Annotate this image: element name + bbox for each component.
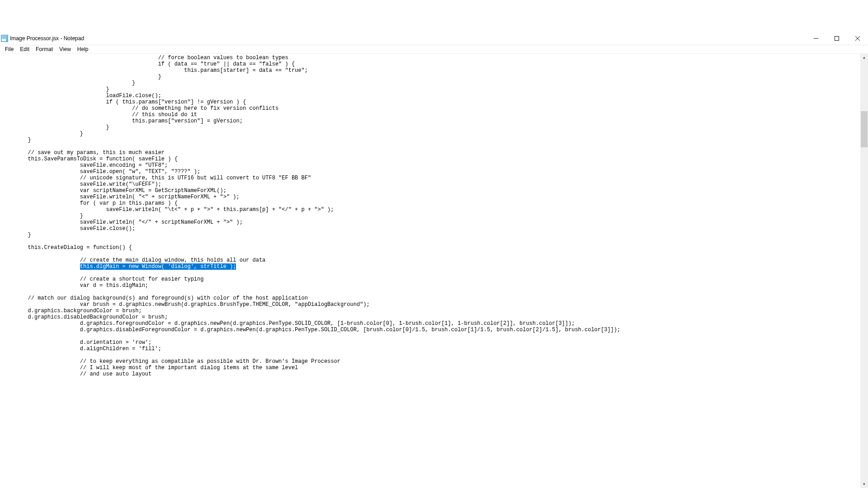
minimize-button[interactable]: [806, 32, 826, 45]
close-button[interactable]: [847, 32, 868, 45]
text-editor[interactable]: // force boolean values to boolean types…: [0, 54, 868, 488]
menu-help[interactable]: Help: [74, 46, 92, 53]
menu-edit[interactable]: Edit: [17, 46, 33, 53]
window-controls: [806, 32, 868, 45]
menu-file[interactable]: File: [2, 46, 17, 53]
scroll-thumb[interactable]: [861, 111, 868, 147]
blank-region-above-window: [0, 0, 868, 32]
menu-format[interactable]: Format: [33, 46, 56, 53]
menu-view[interactable]: View: [56, 46, 74, 53]
svg-rect-1: [835, 36, 839, 40]
scroll-down-button[interactable]: ▼: [860, 480, 868, 488]
notepad-icon: [1, 35, 8, 42]
menu-bar: File Edit Format View Help: [0, 45, 868, 54]
window-title: Image Processor.jsx - Notepad: [10, 35, 806, 42]
scroll-up-button[interactable]: ▲: [860, 54, 868, 61]
vertical-scrollbar[interactable]: ▲ ▼: [860, 54, 868, 488]
scroll-track[interactable]: [860, 61, 868, 480]
editor-container: // force boolean values to boolean types…: [0, 54, 868, 488]
window-titlebar[interactable]: Image Processor.jsx - Notepad: [0, 32, 868, 45]
code-after-selection: // create a shortcut for easier typing v…: [2, 270, 620, 377]
maximize-button[interactable]: [826, 32, 847, 45]
selected-text: this.dlgMain = new Window( 'dialog', str…: [80, 263, 236, 270]
code-before-selection: // force boolean values to boolean types…: [2, 55, 334, 270]
